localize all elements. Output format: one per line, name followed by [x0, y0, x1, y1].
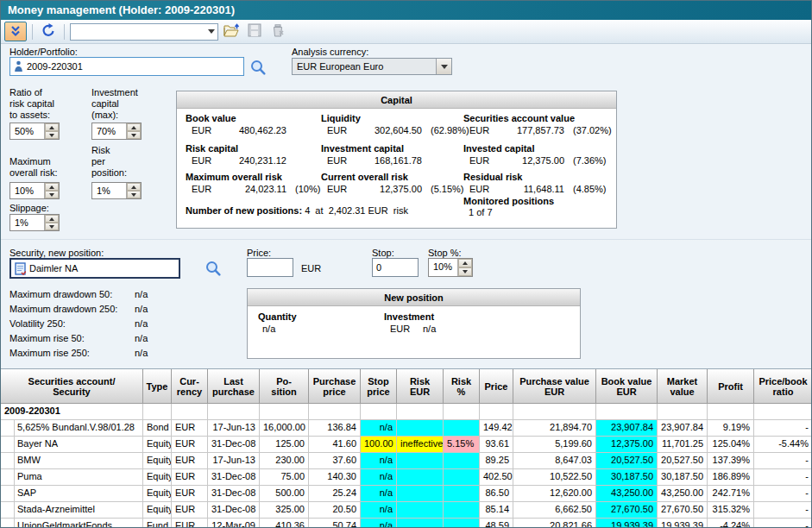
stat-label: Volatility 250:	[9, 318, 66, 329]
capital-item-label: Invested capital	[463, 143, 607, 154]
slippage-spinner[interactable]: 1%	[9, 214, 60, 231]
collapse-panel-button[interactable]	[4, 22, 27, 41]
spin-down-button[interactable]	[127, 131, 141, 139]
holder-search-icon[interactable]	[249, 59, 267, 78]
table-cell: 149.42	[480, 420, 513, 437]
spin-down-button[interactable]	[45, 131, 59, 139]
capital-item: Investment capitalEUR168,161.78	[321, 143, 431, 166]
table-cell	[397, 469, 444, 486]
stop-input[interactable]: 0	[372, 258, 419, 277]
spin-down-button[interactable]	[45, 223, 59, 230]
table-cell: 16,000.00	[260, 420, 309, 437]
column-header[interactable]: Risk %	[444, 369, 480, 404]
table-cell: 27,670.50	[658, 502, 708, 519]
table-cell: 125.00	[260, 437, 309, 453]
table-row[interactable]: Bayer NAEquityEUR31-Dec-08125.0041.60100…	[1, 437, 812, 453]
monitored-positions-label: Monitored positions	[463, 196, 554, 206]
spin-up-button[interactable]	[127, 123, 141, 131]
column-header[interactable]: Po- sition	[260, 369, 309, 404]
table-row[interactable]: Stada-ArzneimittelEquityEUR31-Dec-08325.…	[1, 502, 812, 519]
column-header[interactable]: Securities account/ Security	[1, 369, 143, 404]
capital-item-label: Current overall risk	[321, 172, 464, 182]
table-cell	[260, 404, 309, 420]
new-position-panel-title: New position	[248, 289, 580, 306]
table-cell: 230.00	[260, 453, 309, 469]
table-cell: UnionGeldmarktFonds	[1, 519, 143, 528]
table-row[interactable]: UnionGeldmarktFondsFundEUR12-Mar-09410.3…	[1, 519, 812, 528]
row-indent	[1, 502, 15, 518]
column-header[interactable]: Profit	[708, 369, 754, 404]
table-row[interactable]: SAPEquityEUR31-Dec-08500.0025.24n/a86.50…	[1, 486, 812, 502]
column-header[interactable]: Purchase price	[309, 369, 361, 404]
table-cell: Stada-Arzneimittel	[1, 502, 143, 519]
table-row[interactable]: BMWEquityEUR17-Jun-13230.0037.60n/a89.25…	[1, 453, 812, 469]
toolbar	[1, 20, 811, 44]
open-button[interactable]	[221, 22, 242, 41]
security-input[interactable]: Daimler NA	[9, 258, 180, 279]
spin-down-button[interactable]	[458, 267, 472, 276]
view-combobox[interactable]	[70, 23, 218, 41]
new-positions-label: Number of new positions:	[186, 205, 302, 216]
price-input[interactable]	[247, 258, 293, 277]
maximum-overall-risk-spinner[interactable]: 10%	[9, 182, 60, 199]
table-cell: 5.15%	[444, 437, 480, 453]
capital-item-label: Book value	[186, 113, 295, 123]
table-cell: 48.59	[480, 519, 513, 528]
table-cell: 31-Dec-08	[208, 486, 260, 502]
table-cell: n/a	[361, 453, 397, 469]
capital-item-value: 11,648.11	[499, 184, 564, 194]
column-header[interactable]: Stop price	[361, 369, 397, 404]
column-header[interactable]: Market value	[658, 369, 708, 404]
holder-input[interactable]: 2009-220301	[9, 57, 244, 76]
delete-button[interactable]	[268, 22, 288, 41]
table-cell: Equity	[143, 469, 172, 486]
table-cell: 86.50	[480, 486, 513, 502]
column-header[interactable]: Last purchase	[208, 369, 260, 404]
row-indent	[1, 469, 15, 485]
refresh-button[interactable]	[38, 22, 59, 41]
spin-up-button[interactable]	[45, 215, 59, 223]
save-button[interactable]	[244, 22, 265, 41]
column-header[interactable]: Book value EUR	[596, 369, 658, 404]
table-cell: 315.32%	[708, 502, 754, 519]
folder-open-icon	[223, 23, 240, 41]
spin-up-button[interactable]	[458, 259, 472, 267]
table-cell	[397, 486, 444, 502]
column-header[interactable]: Purchase value EUR	[513, 369, 596, 404]
capital-panel: Capital Book valueEUR480,462.23Liquidity…	[176, 91, 617, 229]
column-header[interactable]: Price/book ratio	[754, 369, 812, 404]
table-cell: 9.19%	[708, 420, 754, 437]
spin-up-button[interactable]	[45, 123, 59, 131]
table-row[interactable]: 5,625% Bundanl.V.98/01.28BondEUR17-Jun-1…	[1, 420, 812, 437]
monitored-positions: Monitored positions 1 of 7	[463, 196, 554, 217]
stop-pct-spinner[interactable]: 10%	[428, 258, 473, 277]
group-row[interactable]: 2009-220301	[1, 404, 812, 420]
column-header[interactable]: Risk EUR	[397, 369, 444, 404]
risk-per-position-spinner[interactable]: 1%	[91, 182, 142, 199]
spin-up-button[interactable]	[127, 183, 141, 191]
table-cell: 30,187.50	[596, 469, 658, 486]
table-cell: 19,939.39	[658, 519, 708, 528]
stat-row: Maximum drawdown 250:n/a	[9, 304, 242, 314]
table-cell	[361, 404, 397, 420]
table-cell: 89.25	[480, 453, 513, 469]
table-cell: 12,620.00	[513, 486, 596, 502]
column-header[interactable]: Cur- rency	[172, 369, 208, 404]
table-cell: 27,670.50	[596, 502, 658, 519]
capital-item: Securities account valueEUR177,857.73(37…	[463, 113, 612, 135]
investment-capital-spinner[interactable]: 70%	[91, 123, 142, 140]
ratio-risk-capital-spinner[interactable]: 50%	[9, 123, 60, 140]
security-search-icon[interactable]	[205, 260, 222, 279]
table-row[interactable]: PumaEquityEUR31-Dec-0875.00140.30n/a402.…	[1, 469, 812, 486]
capital-item-label: Risk capital	[186, 143, 295, 154]
column-header[interactable]: Type	[143, 369, 172, 404]
spin-down-button[interactable]	[45, 191, 59, 198]
security-name: UnionGeldmarktFonds	[15, 519, 142, 528]
spin-up-button[interactable]	[45, 183, 59, 191]
column-header[interactable]: Price	[480, 369, 513, 404]
analysis-currency-select[interactable]: EUR European Euro	[292, 58, 452, 75]
table-cell: -	[754, 453, 812, 469]
spin-down-button[interactable]	[127, 191, 141, 198]
table-cell: 20,527.50	[596, 453, 658, 469]
table-cell: 31-Dec-08	[208, 502, 260, 519]
